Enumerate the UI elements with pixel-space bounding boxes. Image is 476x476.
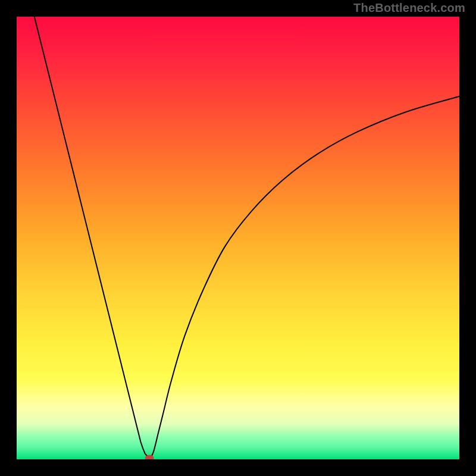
watermark-text: TheBottleneck.com bbox=[353, 1, 465, 15]
bottleneck-chart bbox=[17, 17, 459, 459]
chart-background bbox=[17, 17, 459, 459]
